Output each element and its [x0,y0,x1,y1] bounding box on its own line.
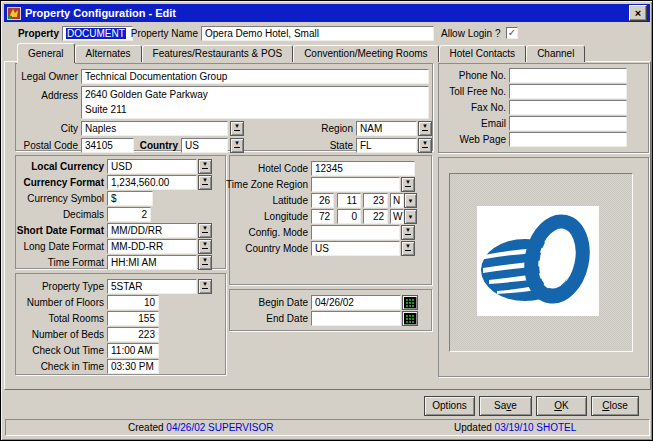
city-input[interactable]: Naples [81,121,228,136]
short-date-format-input[interactable]: MM/DD/RR [107,223,197,238]
hotel-code-input[interactable]: 12345 [311,161,415,176]
end-date-calendar-button[interactable] [402,311,418,326]
lov-arrow-icon: ▼ [202,258,208,265]
updated-status: Updated 03/19/10 SHOTEL [454,422,576,433]
decimals-input[interactable]: 2 [107,207,151,222]
lov-arrow-icon: ▼ [405,180,411,187]
phone-label: Phone No. [438,70,506,82]
latitude-minutes-input[interactable]: 11 [337,193,361,208]
time-zone-region-input[interactable] [311,177,400,192]
config-mode-input[interactable] [311,225,400,240]
postal-code-input[interactable]: 34105 [81,138,134,153]
region-lov-button[interactable]: ▼ [418,121,432,136]
latitude-direction-value[interactable]: N [390,193,404,208]
created-status: Created 04/26/02 SUPERVISOR [128,422,273,433]
tab-alternates[interactable]: Alternates [75,45,142,62]
email-input[interactable] [509,116,627,131]
longitude-direction-value[interactable]: W [390,209,404,224]
close-button[interactable]: Close [591,396,639,416]
decimals-label: Decimals [11,209,104,221]
begin-date-calendar-button[interactable] [402,295,418,310]
hotel-code-label: Hotel Code [221,163,308,175]
short-date-format-lov-button[interactable]: ▼ [198,223,212,238]
opera-logo-icon [477,206,599,316]
number-of-floors-input[interactable]: 10 [107,295,159,310]
tab-convention-meeting-rooms[interactable]: Convention/Meeting Rooms [293,45,438,62]
latitude-seconds-input[interactable]: 23 [363,193,388,208]
total-rooms-input[interactable]: 155 [107,311,159,326]
short-date-format-label: Short Date Format [11,225,104,237]
allow-login-checkbox[interactable]: ✓ [506,27,518,39]
created-value: 04/26/02 SUPERVISOR [166,422,273,433]
time-format-lov-button[interactable]: ▼ [198,255,212,270]
legal-owner-input[interactable]: Technical Documentation Group [81,69,429,84]
calendar-icon [404,297,416,308]
tab-general[interactable]: General [17,43,75,63]
longitude-minutes-input[interactable]: 0 [337,209,361,224]
chevron-down-icon: ▼ [408,214,414,220]
address-input[interactable]: 2640 Golden Gate Parkway Suite 211 [81,86,429,119]
title-bar[interactable]: Property Configuration - Edit × [4,4,650,22]
city-label: City [8,123,78,135]
long-date-format-input[interactable]: MM-DD-RR [107,239,197,254]
longitude-degrees-input[interactable]: 72 [311,209,334,224]
latitude-degrees-input[interactable]: 26 [311,193,334,208]
state-label: State [282,140,353,152]
property-type-input[interactable]: 5STAR [107,279,197,294]
country-input[interactable]: US [181,138,228,153]
city-lov-button[interactable]: ▼ [230,121,244,136]
long-date-format-lov-button[interactable]: ▼ [198,239,212,254]
longitude-seconds-input[interactable]: 22 [363,209,388,224]
lov-arrow-icon: ▼ [234,141,240,148]
local-currency-input[interactable]: USD [107,159,197,174]
state-lov-button[interactable]: ▼ [418,138,432,153]
fax-input[interactable] [509,100,627,115]
options-button[interactable]: Options [424,396,475,416]
end-date-input[interactable] [311,311,401,326]
country-mode-input[interactable]: US [311,241,400,256]
property-type-lov-button[interactable]: ▼ [198,279,212,294]
property-selected-text: DOCUMENT [66,28,126,39]
number-of-beds-input[interactable]: 223 [107,327,159,342]
lov-arrow-icon: ▼ [202,282,208,289]
property-name-input[interactable]: Opera Demo Hotel, Small [201,26,434,41]
time-zone-lov-button[interactable]: ▼ [401,177,415,192]
begin-date-input[interactable]: 04/26/02 [311,295,401,310]
lov-arrow-icon: ▼ [202,242,208,249]
latitude-direction-dropdown-button[interactable]: ▼ [404,193,417,208]
chevron-down-icon: ▼ [408,198,414,204]
save-button[interactable]: Save [479,396,532,416]
allow-login-label: Allow Login ? [441,28,500,40]
fax-label: Fax No. [438,102,506,114]
close-icon: × [635,8,641,19]
postal-code-label: Postal Code [8,140,78,152]
close-window-button[interactable]: × [629,5,647,21]
property-name-label: Property Name [121,28,198,40]
toll-free-input[interactable] [509,84,627,99]
currency-format-lov-button[interactable]: ▼ [198,175,212,190]
config-mode-lov-button[interactable]: ▼ [401,225,415,240]
country-lov-button[interactable]: ▼ [230,138,244,153]
currency-format-input[interactable]: 1,234,560.00 [107,175,197,190]
longitude-direction-dropdown-button[interactable]: ▼ [404,209,417,224]
check-out-time-input[interactable]: 11:00 AM [107,343,159,358]
local-currency-lov-button[interactable]: ▼ [198,159,212,174]
ok-button[interactable]: OK [536,396,587,416]
tab-channel[interactable]: Channel [526,45,585,62]
toll-free-label: Toll Free No. [438,86,506,98]
property-type-label: Property Type [11,281,104,293]
tab-features-restaurants-pos[interactable]: Features/Restaurants & POS [142,45,294,62]
time-format-input[interactable]: HH:MI AM [107,255,197,270]
check-in-time-input[interactable]: 03:30 PM [107,359,159,374]
lov-arrow-icon: ▼ [405,244,411,251]
tab-hotel-contacts[interactable]: Hotel Contacts [439,45,527,62]
long-date-format-label: Long Date Format [11,241,104,253]
web-page-input[interactable] [509,132,627,147]
currency-symbol-input[interactable]: $ [107,191,153,206]
state-input[interactable]: FL [356,138,417,153]
country-mode-lov-button[interactable]: ▼ [401,241,415,256]
phone-input[interactable] [509,68,627,83]
address-line-2: Suite 211 [85,102,425,117]
hotel-logo [477,206,599,316]
region-input[interactable]: NAM [356,121,417,136]
